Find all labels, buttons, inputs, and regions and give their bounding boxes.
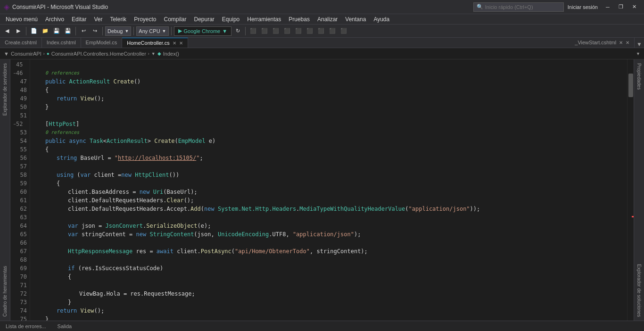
left-sidebar: Explorador de servidores Cuadro de herra… xyxy=(0,59,10,321)
toolbar: ◀ ▶ 📄 📁 💾 💾 ↩ ↪ Debug ▼ Any CPU ▼ ▶ Goog… xyxy=(0,25,644,38)
tab-create-cshtml[interactable]: Create.cshtml xyxy=(0,38,42,48)
tab-close-icon[interactable]: ✕ xyxy=(179,41,183,46)
code-line-72: return View(); xyxy=(34,306,627,315)
code-line-66 xyxy=(34,256,627,264)
menu-ver[interactable]: Ver xyxy=(90,14,106,25)
tab-close-icon[interactable]: ✕ xyxy=(619,40,623,45)
vertical-scrollbar[interactable] xyxy=(627,59,634,321)
code-editor[interactable]: 45 −46 47 48 49 50 51 −52 53 54 55 56 57… xyxy=(10,59,634,321)
bc-project[interactable]: ConsumirAPI xyxy=(11,51,41,57)
sidebar-toolbox[interactable]: Cuadro de herramientas xyxy=(2,262,8,321)
code-line-59: client.DefaultRequestHeaders.Clear(); xyxy=(34,196,627,205)
undo-button[interactable]: ↩ xyxy=(78,26,89,36)
forward-button[interactable]: ▶ xyxy=(13,26,24,36)
search-icon: 🔍 xyxy=(477,4,483,10)
toolbar-btn-3[interactable]: ⬛ xyxy=(271,26,281,36)
code-line-49: } xyxy=(34,103,627,111)
quick-launch-input[interactable] xyxy=(485,4,561,10)
bc-method[interactable]: Index() xyxy=(163,51,179,57)
signin-button[interactable]: Iniciar sesión xyxy=(568,4,598,10)
toolbar-btn-7[interactable]: ⬛ xyxy=(316,26,326,36)
menu-equipo[interactable]: Equipo xyxy=(218,14,243,25)
platform-dropdown[interactable]: Any CPU ▼ xyxy=(136,26,168,36)
bc-dropdown-icon[interactable]: ▼ xyxy=(4,51,9,57)
menu-telerik[interactable]: Telerik xyxy=(106,14,130,25)
tab-label: EmpModel.cs xyxy=(86,40,117,45)
code-line-48: return View(); xyxy=(34,94,627,103)
redo-button[interactable]: ↪ xyxy=(90,26,100,36)
open-button[interactable]: 📁 xyxy=(40,26,50,36)
toolbar-btn-9[interactable]: ⬛ xyxy=(339,26,349,36)
code-line-61 xyxy=(34,213,627,222)
refresh-button[interactable]: ↻ xyxy=(232,26,243,36)
maximize-button[interactable]: ❐ xyxy=(615,2,627,12)
vs-logo-icon: ◈ xyxy=(4,2,9,11)
code-line-60: client.DefaultRequestHeaders.Accept.Add(… xyxy=(34,205,627,213)
tab-row: Create.cshtml Index.cshtml EmpModel.cs H… xyxy=(0,38,644,48)
tab-viewstart-cshtml[interactable]: _ViewStart.cshtml ✕ ✕ xyxy=(570,38,635,48)
menu-archivo[interactable]: Archivo xyxy=(41,14,68,25)
bc-dropdown-icon2[interactable]: ▼ xyxy=(151,51,156,56)
tab-dropdown-arrow[interactable]: ▼ xyxy=(635,41,644,48)
code-lines[interactable]: 0 references public ActionResult Create(… xyxy=(30,59,627,321)
line-numbers: 45 −46 47 48 49 50 51 −52 53 54 55 56 57… xyxy=(10,59,30,321)
sidebar-server-explorer[interactable]: Explorador de servidores xyxy=(2,59,8,119)
menubar: Nuevo menú Archivo Editar Ver Telerik Pr… xyxy=(0,14,644,25)
code-line-50 xyxy=(34,111,627,120)
toolbar-btn-8[interactable]: ⬛ xyxy=(327,26,338,36)
menu-editar[interactable]: Editar xyxy=(68,14,90,25)
menu-compilar[interactable]: Compilar xyxy=(160,14,190,25)
play-icon: ▶ xyxy=(178,28,182,34)
sidebar-solution-explorer[interactable]: Explorador de soluciones xyxy=(636,260,642,321)
menu-analizar[interactable]: Analizar xyxy=(314,14,341,25)
menu-proyecto[interactable]: Proyecto xyxy=(130,14,160,25)
tab-close-icon2[interactable]: ✕ xyxy=(626,40,629,45)
save-all-button[interactable]: 💾 xyxy=(63,26,73,36)
code-line-45 xyxy=(34,60,627,69)
menu-pruebas[interactable]: Pruebas xyxy=(285,14,314,25)
tab-homecontroller-cs[interactable]: HomeController.cs ✕ ✕ xyxy=(122,38,188,48)
menu-depurar[interactable]: Depurar xyxy=(190,14,218,25)
menu-ventana[interactable]: Ventana xyxy=(341,14,370,25)
tab-error-list[interactable]: Lista de errores... xyxy=(0,321,52,331)
code-line-70: ViewBag.Hola = res.RequestMessage; xyxy=(34,290,627,298)
code-line-52: public async Task<ActionResult> Create(E… xyxy=(34,137,627,145)
bc-sep2: › xyxy=(148,51,149,56)
tab-index-cshtml[interactable]: Index.cshtml xyxy=(42,38,81,48)
bc-controller[interactable]: ConsumirAPI.Controllers.HomeController xyxy=(51,51,146,57)
code-line-69 xyxy=(34,281,627,290)
close-button[interactable]: ✕ xyxy=(628,2,640,12)
run-button[interactable]: ▶ Google Chrome ▼ xyxy=(174,26,232,36)
menu-herramientas[interactable]: Herramientas xyxy=(243,14,285,25)
toolbar-btn-4[interactable]: ⬛ xyxy=(282,26,292,36)
tab-empmodel-cs[interactable]: EmpModel.cs xyxy=(81,38,123,48)
code-line-65: HttpResponseMessage res = await client.P… xyxy=(34,247,627,256)
debug-config-dropdown[interactable]: Debug ▼ xyxy=(105,26,131,36)
menu-nuevo[interactable]: Nuevo menú xyxy=(2,14,41,25)
minimize-button[interactable]: ─ xyxy=(602,2,614,12)
bc-controller-icon: ● xyxy=(47,51,50,56)
toolbar-btn-1[interactable]: ⬛ xyxy=(248,26,258,36)
tab-label: HomeController.cs xyxy=(127,40,169,46)
code-line-57: { xyxy=(34,179,627,188)
back-button[interactable]: ◀ xyxy=(2,26,12,36)
run-dropdown-arrow[interactable]: ▼ xyxy=(222,28,227,34)
scroll-thumb[interactable] xyxy=(628,74,633,97)
code-line-55 xyxy=(34,162,627,171)
code-line-67: if (res.IsSuccessStatusCode) xyxy=(34,264,627,273)
toolbar-btn-5[interactable]: ⬛ xyxy=(293,26,304,36)
tab-output[interactable]: Salida xyxy=(52,321,78,331)
menu-ayuda[interactable]: Ayuda xyxy=(370,14,393,25)
new-project-button[interactable]: 📄 xyxy=(29,26,39,36)
code-ref-46: 0 references xyxy=(34,69,627,77)
tab-pin-icon[interactable]: ✕ xyxy=(173,41,176,46)
code-line-51a: [HttpPost] xyxy=(34,120,627,128)
toolbar-btn-6[interactable]: ⬛ xyxy=(305,26,315,36)
sidebar-properties[interactable]: Propiedades xyxy=(636,59,642,93)
save-button[interactable]: 💾 xyxy=(51,26,62,36)
code-line-68: { xyxy=(34,273,627,281)
toolbar-btn-2[interactable]: ⬛ xyxy=(259,26,270,36)
bc-sep1: › xyxy=(43,51,45,56)
code-line-58: client.BaseAddress = new Uri(BaseUrl); xyxy=(34,188,627,196)
code-line-53: { xyxy=(34,145,627,154)
